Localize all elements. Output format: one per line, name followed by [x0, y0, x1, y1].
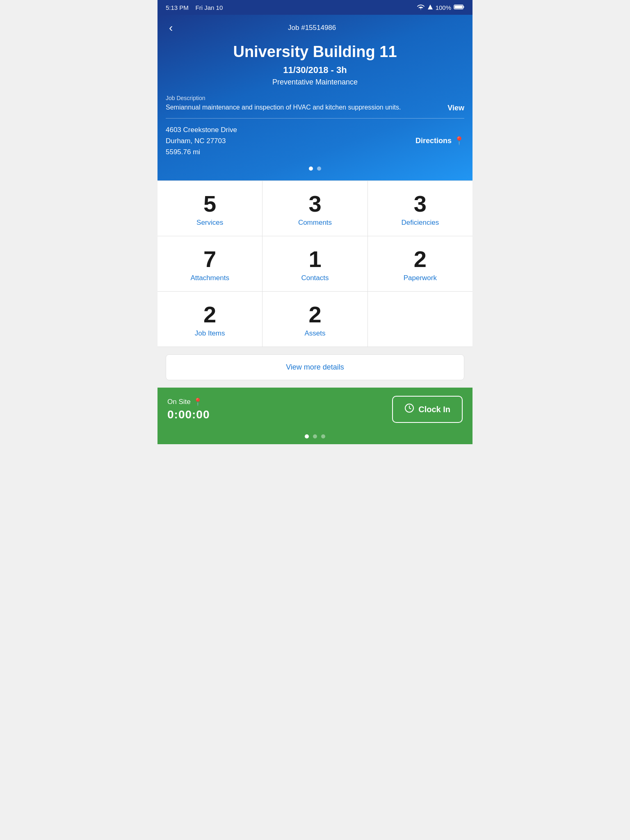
services-label: Services	[196, 219, 223, 227]
assets-label: Assets	[304, 329, 325, 338]
bottom-dot-1[interactable]	[305, 434, 309, 438]
view-more-section: View more details	[158, 347, 472, 388]
address-text: 4603 Creekstone Drive Durham, NC 27703 5…	[166, 124, 237, 158]
comments-count: 3	[308, 192, 321, 215]
attachments-label: Attachments	[190, 274, 229, 282]
bottom-dot-3[interactable]	[321, 434, 325, 438]
paperwork-count: 2	[414, 248, 427, 271]
job-items-label: Job Items	[195, 329, 225, 338]
hero-section: ‹ Job #15514986 University Building 11 1…	[158, 15, 472, 180]
clock-icon	[404, 403, 414, 415]
divider	[166, 118, 464, 119]
description-row: Semiannual maintenance and inspection of…	[166, 103, 464, 112]
on-site-pin-icon: 📍	[193, 397, 202, 406]
status-time: 5:13 PM	[166, 4, 189, 11]
status-time-date: 5:13 PM Fri Jan 10	[166, 4, 223, 11]
timer-display: 0:00:00	[167, 408, 210, 421]
on-site-label: On Site 📍	[167, 397, 210, 406]
dot-2[interactable]	[317, 167, 321, 171]
paperwork-label: Paperwork	[404, 274, 437, 282]
address-line2: Durham, NC 27703	[166, 135, 237, 146]
comments-label: Comments	[298, 219, 332, 227]
hero-content: University Building 11 11/30/2018 - 3h P…	[158, 39, 472, 87]
building-name: University Building 11	[170, 43, 460, 62]
grid-row-1: 5 Services 3 Comments 3 Deficiencies	[158, 181, 472, 236]
svg-marker-0	[428, 5, 433, 9]
svg-rect-3	[455, 5, 463, 8]
description-section: Job Description Semiannual maintenance a…	[158, 95, 472, 112]
contacts-label: Contacts	[301, 274, 329, 282]
grid-cell-services[interactable]: 5 Services	[158, 181, 262, 236]
grid-row-2: 7 Attachments 1 Contacts 2 Paperwork	[158, 236, 472, 292]
pagination-dots	[158, 167, 472, 172]
back-button[interactable]: ‹	[166, 21, 176, 35]
address-distance: 5595.76 mi	[166, 146, 237, 158]
bottom-dot-2[interactable]	[313, 434, 317, 438]
status-bar: 5:13 PM Fri Jan 10 100%	[158, 0, 472, 15]
job-number: Job #15514986	[176, 24, 448, 32]
view-link[interactable]: View	[447, 103, 464, 112]
on-site-text: On Site	[167, 398, 191, 406]
deficiencies-count: 3	[414, 192, 427, 215]
attachments-count: 7	[203, 248, 216, 271]
svg-rect-2	[463, 6, 464, 8]
grid-row-3: 2 Job Items 2 Assets	[158, 292, 472, 347]
battery-icon	[454, 4, 464, 11]
description-text: Semiannual maintenance and inspection of…	[166, 103, 439, 112]
job-items-count: 2	[203, 303, 216, 326]
grid-cell-attachments[interactable]: 7 Attachments	[158, 236, 262, 291]
assets-count: 2	[308, 303, 321, 326]
grid-cell-paperwork[interactable]: 2 Paperwork	[368, 236, 472, 291]
directions-button[interactable]: Directions 📍	[415, 136, 464, 146]
grid-cell-job-items[interactable]: 2 Job Items	[158, 292, 262, 347]
clock-in-label: Clock In	[418, 405, 450, 414]
wifi-icon	[417, 4, 425, 11]
location-pin-icon: 📍	[454, 136, 464, 146]
signal-icon	[427, 4, 433, 11]
grid-cell-deficiencies[interactable]: 3 Deficiencies	[368, 181, 472, 236]
description-label: Job Description	[166, 95, 464, 101]
bottom-bar: On Site 📍 0:00:00 Clock In	[158, 388, 472, 431]
status-icons: 100%	[417, 4, 464, 11]
battery-percent: 100%	[436, 4, 451, 11]
bottom-pagination	[158, 431, 472, 444]
on-site-section: On Site 📍 0:00:00	[167, 397, 210, 421]
services-count: 5	[203, 192, 216, 215]
view-more-button[interactable]: View more details	[166, 354, 464, 380]
grid-section: 5 Services 3 Comments 3 Deficiencies 7 A…	[158, 180, 472, 347]
grid-cell-empty	[368, 292, 472, 347]
deficiencies-label: Deficiencies	[401, 219, 439, 227]
clock-in-button[interactable]: Clock In	[392, 396, 463, 423]
job-type: Preventative Maintenance	[170, 78, 460, 87]
address-line1: 4603 Creekstone Drive	[166, 124, 237, 135]
contacts-count: 1	[308, 248, 321, 271]
status-date: Fri Jan 10	[196, 4, 223, 11]
address-row: 4603 Creekstone Drive Durham, NC 27703 5…	[158, 124, 472, 158]
hero-nav: ‹ Job #15514986	[158, 15, 472, 39]
directions-label: Directions	[415, 137, 452, 145]
grid-cell-comments[interactable]: 3 Comments	[262, 181, 368, 236]
job-date: 11/30/2018 - 3h	[170, 65, 460, 75]
grid-cell-contacts[interactable]: 1 Contacts	[262, 236, 368, 291]
grid-cell-assets[interactable]: 2 Assets	[262, 292, 368, 347]
dot-1[interactable]	[309, 167, 313, 171]
